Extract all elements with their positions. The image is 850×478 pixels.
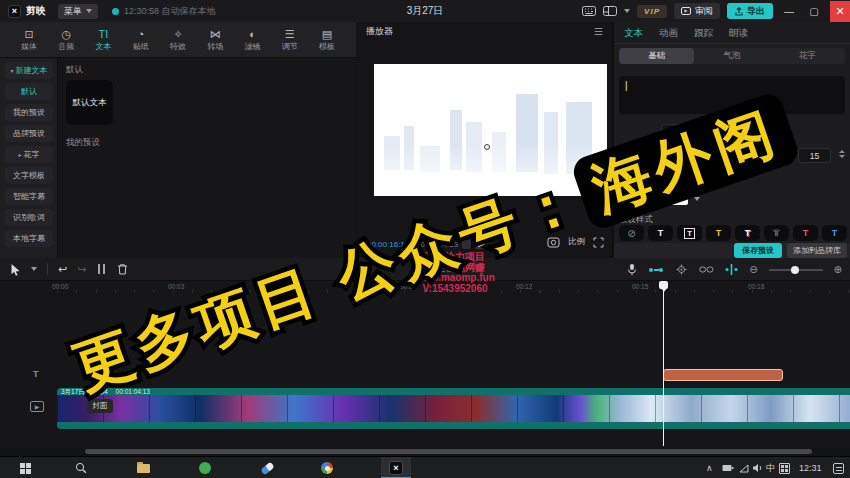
add-to-brand-button[interactable]: 添加到品牌库 [787,243,847,258]
sidebar-item-lyrics[interactable]: 识别歌词 [5,209,53,226]
preset-style-pink-shadow[interactable]: T [735,225,760,241]
taskbar-app-pill[interactable] [255,457,279,478]
maximize-button[interactable]: ▢ [805,1,823,21]
audio-icon: ◷ [61,28,71,40]
taskbar-app-browser[interactable] [315,457,339,478]
font-size-stepper[interactable] [839,150,845,158]
sidebar-item-default[interactable]: 默认 [5,83,53,100]
tab-tts[interactable]: 朗读 [729,27,748,40]
zoom-out-icon[interactable]: ⊖ [749,264,757,275]
playhead-handle[interactable] [659,281,668,289]
sidebar-item-local-captions[interactable]: 本地字幕 [5,230,53,247]
windows-logo-icon [20,463,31,474]
sidebar-item-new-text[interactable]: ▾ 新建文本 [5,62,53,79]
capcut-window: × 剪映 菜单 12:30:58 自动保存本地 3月27日 VIP 审阅 [0,0,850,478]
tab-text-props[interactable]: 文本 [624,27,643,40]
zoom-in-icon[interactable]: ⊕ [834,264,842,275]
undo-icon[interactable]: ↩ [58,263,67,276]
main-track-magnet-icon[interactable] [648,265,664,275]
subtab-fancy[interactable]: 花字 [770,48,845,64]
subtab-basic[interactable]: 基础 [619,48,694,64]
text-icon: TI [99,28,109,40]
tab-stickers[interactable]: ◔ 贴纸 [126,28,156,52]
select-tool-icon[interactable] [10,263,21,276]
preview-axis-icon[interactable] [725,264,738,275]
ime-mode-icon[interactable] [779,457,790,478]
link-clips-icon[interactable] [699,265,714,274]
taskbar-app-green[interactable] [193,457,217,478]
tab-animation[interactable]: 动画 [659,27,678,40]
tab-effects[interactable]: ✧ 特效 [163,28,193,52]
notification-center-icon[interactable] [833,457,844,478]
delete-icon[interactable] [117,263,128,275]
text-clip[interactable] [663,369,783,381]
zoom-slider-thumb[interactable] [791,266,799,274]
preset-style-dark[interactable]: T [764,225,789,241]
tray-expand-icon[interactable]: ∧ [706,457,713,478]
file-explorer-button[interactable] [131,457,155,478]
video-clip[interactable]: 3月17日 ⋯.mp4 00:01:04:13 [57,388,850,429]
auto-snap-icon[interactable] [675,264,688,275]
video-track-icon: ▶ [30,401,44,412]
font-size-value[interactable]: 15 [798,148,831,163]
save-preset-button[interactable]: 保存预设 [734,243,782,258]
playhead[interactable] [663,281,664,446]
record-voiceover-icon[interactable] [627,263,637,276]
timeline-scrollbar[interactable] [85,449,812,454]
vip-badge[interactable]: VIP [637,5,667,18]
taskbar-clock[interactable]: 12:31 [799,457,822,478]
player-menu-icon[interactable]: ☰ [594,26,603,37]
preset-style-blue[interactable]: T [822,225,847,241]
close-button[interactable]: ✕ [830,1,850,22]
video-clip-frame-lines [57,395,850,422]
layout-switch-icon[interactable] [603,6,617,16]
network-icon[interactable] [739,457,749,478]
pill-app-icon [260,461,274,475]
preset-none[interactable]: ⊘ [619,225,644,241]
sidebar-item-text-templates[interactable]: 文字模板 [5,167,53,184]
timeline-zoom-slider[interactable] [769,269,823,271]
preset-style-white[interactable]: T [648,225,673,241]
tab-text[interactable]: TI 文本 [89,28,119,52]
capcut-app-icon: × [389,461,403,475]
redo-icon[interactable]: ↪ [77,263,86,276]
sidebar-item-fancy-text[interactable]: ▸ 花字 [5,146,53,163]
select-tool-chevron-icon[interactable] [31,267,37,271]
volume-icon[interactable] [752,457,763,478]
start-button[interactable] [13,457,37,478]
pointer-cursor-icon [484,144,490,150]
autosave-status: 12:30:58 自动保存本地 [112,5,216,18]
fullscreen-icon[interactable] [593,237,604,248]
keyboard-shortcuts-icon[interactable] [582,6,596,16]
tab-tracking[interactable]: 跟踪 [694,27,713,40]
sidebar-item-my-presets[interactable]: 我的预设 [5,104,53,121]
tab-filters[interactable]: ◐ 滤镜 [238,28,268,52]
tab-transitions[interactable]: ⋈ 转场 [200,28,230,52]
split-icon[interactable] [96,263,107,275]
folder-icon [137,464,150,473]
ime-language-button[interactable]: 中 [766,457,775,478]
tab-templates[interactable]: ▤ 模板 [312,28,342,52]
minimize-button[interactable]: — [780,1,798,21]
review-button[interactable]: 审阅 [674,3,720,19]
preset-style-red[interactable]: T [793,225,818,241]
default-text-card[interactable]: 默认文本 [66,80,113,125]
subtab-bubble[interactable]: 气泡 [694,48,769,64]
battery-icon[interactable] [722,457,734,478]
autosave-dot-icon [112,8,119,15]
preset-style-boxed[interactable]: T [677,225,702,241]
tab-audio[interactable]: ◷ 音频 [51,28,81,52]
layout-chevron-icon[interactable] [624,9,630,13]
export-button[interactable]: 导出 [727,3,773,19]
sidebar-item-brand-presets[interactable]: 品牌预设 [5,125,53,142]
text-library: 默认 默认文本 我的预设 [58,58,356,258]
preset-style-yellow[interactable]: T [706,225,731,241]
menu-button[interactable]: 菜单 [58,4,98,19]
tab-media[interactable]: ⊡ 媒体 [14,28,44,52]
tab-adjust[interactable]: ☰ 调节 [275,28,305,52]
taskbar-app-capcut-active[interactable]: × [381,457,411,478]
taskbar-search-button[interactable] [69,457,93,478]
sidebar-item-auto-captions[interactable]: 智能字幕 [5,188,53,205]
ruler-label: 00:03 [168,283,184,290]
app-logo-icon: × [8,5,21,18]
